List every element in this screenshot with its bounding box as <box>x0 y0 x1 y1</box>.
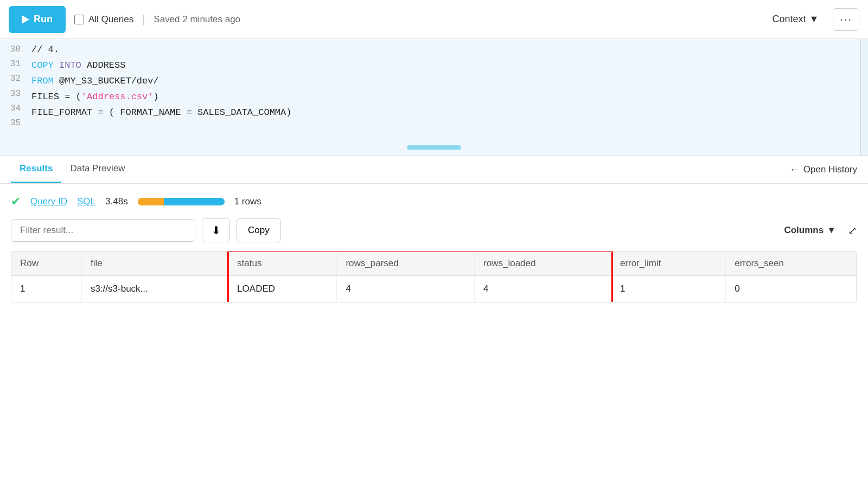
col-header-file: file <box>81 252 228 276</box>
copy-button[interactable]: Copy <box>237 218 281 242</box>
context-chevron-icon: ▼ <box>809 14 819 25</box>
all-queries-text: All Queries <box>88 14 133 25</box>
download-button[interactable]: ⬇ <box>202 218 230 242</box>
filter-row: ⬇ Copy Columns ▼ ⤢ <box>11 218 857 242</box>
blank-line <box>31 121 37 137</box>
code-line-30: // 4. <box>31 42 864 58</box>
from-keyword: FROM <box>31 74 54 89</box>
saved-status: Saved 2 minutes ago <box>154 14 758 25</box>
col-header-rows-loaded: rows_loaded <box>475 252 611 276</box>
code-line-32: FROM @MY_S3_BUCKET/dev/ <box>31 74 864 89</box>
into-keyword: INTO <box>59 58 81 74</box>
back-arrow-icon: ← <box>790 164 799 175</box>
tab-results-label: Results <box>20 163 53 174</box>
cell-rows-loaded: 4 <box>475 276 611 302</box>
expand-icon: ⤢ <box>848 224 857 236</box>
all-queries-label[interactable]: All Queries <box>74 14 133 25</box>
context-label: Context <box>772 14 806 25</box>
line-numbers: 30 31 32 33 34 35 <box>0 42 27 137</box>
progress-blue <box>164 198 225 205</box>
cell-row-num: 1 <box>11 276 81 302</box>
file-format-text: FILE_FORMAT = ( FORMAT_NAME = SALES_DATA… <box>31 105 291 121</box>
run-label: Run <box>34 14 53 25</box>
bucket-text: @MY_S3_BUCKET/dev/ <box>59 74 159 89</box>
results-table: Row file status rows_parsed rows_loaded … <box>11 252 857 302</box>
query-info-row: ✔ Query ID SQL 3.48s 1 rows <box>11 195 857 209</box>
col-header-row: Row <box>11 252 81 276</box>
line-num-34: 34 <box>7 101 21 116</box>
progress-bar <box>138 198 225 205</box>
editor-scrollbar[interactable] <box>860 39 868 155</box>
code-editor[interactable]: 30 31 32 33 34 35 // 4. COPY INTO ADDRES… <box>0 39 868 156</box>
query-id-link[interactable]: Query ID <box>30 196 67 207</box>
toolbar: Run All Queries | Saved 2 minutes ago Co… <box>0 0 868 39</box>
success-check-icon: ✔ <box>11 195 21 209</box>
cell-error-limit: 1 <box>611 276 725 302</box>
tab-results[interactable]: Results <box>11 156 61 183</box>
progress-orange <box>138 198 164 205</box>
col-header-status: status <box>228 252 337 276</box>
all-queries-checkbox[interactable] <box>74 15 84 24</box>
csv-string: 'Address.csv' <box>81 89 154 105</box>
tabs-bar: Results Data Preview ← Open History <box>0 156 868 184</box>
code-line-35 <box>31 121 864 137</box>
sql-link[interactable]: SQL <box>77 196 95 207</box>
copy-keyword: COPY <box>31 58 54 74</box>
filter-input[interactable] <box>11 219 195 242</box>
columns-chevron-icon: ▼ <box>827 225 836 236</box>
results-area: ✔ Query ID SQL 3.48s 1 rows ⬇ Copy Colum… <box>0 184 868 302</box>
rows-label: 1 rows <box>234 196 261 207</box>
table-body: 1 s3://s3-buck... LOADED 4 4 1 0 <box>11 276 857 302</box>
files-close: ) <box>153 89 158 105</box>
cell-errors-seen: 0 <box>726 276 857 302</box>
tab-data-preview-label: Data Preview <box>70 163 125 174</box>
query-id-text: Query ID <box>30 196 67 207</box>
expand-button[interactable]: ⤢ <box>848 224 857 237</box>
col-header-rows-parsed: rows_parsed <box>337 252 475 276</box>
more-button[interactable]: ··· <box>833 8 859 31</box>
cell-file: s3://s3-buck... <box>81 276 228 302</box>
run-button[interactable]: Run <box>9 6 66 33</box>
cell-rows-parsed: 4 <box>337 276 475 302</box>
play-icon <box>22 15 29 24</box>
sql-text: SQL <box>77 196 95 207</box>
time-label: 3.48s <box>105 196 128 207</box>
code-line-33: FILES = ( 'Address.csv' ) <box>31 89 864 105</box>
code-line-34: FILE_FORMAT = ( FORMAT_NAME = SALES_DATA… <box>31 105 864 121</box>
context-button[interactable]: Context ▼ <box>767 10 824 28</box>
code-lines: 30 31 32 33 34 35 // 4. COPY INTO ADDRES… <box>0 39 868 140</box>
code-content: // 4. COPY INTO ADDRESS FROM @MY_S3_BUCK… <box>27 42 868 137</box>
columns-button[interactable]: Columns ▼ <box>784 225 836 236</box>
more-icon: ··· <box>840 13 852 25</box>
table-head: Row file status rows_parsed rows_loaded … <box>11 252 857 276</box>
results-table-wrapper: Row file status rows_parsed rows_loaded … <box>11 251 857 302</box>
copy-label: Copy <box>248 225 270 235</box>
open-history-button[interactable]: ← Open History <box>790 164 857 175</box>
line-num-31: 31 <box>7 57 21 72</box>
divider: | <box>142 13 145 25</box>
files-text: FILES = ( <box>31 89 81 105</box>
table-header-row: Row file status rows_parsed rows_loaded … <box>11 252 857 276</box>
code-line-31: COPY INTO ADDRESS <box>31 58 864 74</box>
code-text: // 4. <box>31 42 59 58</box>
line-num-30: 30 <box>7 42 21 57</box>
columns-label: Columns <box>784 225 824 236</box>
address-text: ADDRESS <box>87 58 125 74</box>
line-num-35: 35 <box>7 116 21 131</box>
col-header-errors-seen: errors_seen <box>726 252 857 276</box>
col-header-error-limit: error_limit <box>611 252 725 276</box>
tab-data-preview[interactable]: Data Preview <box>61 156 133 183</box>
table-row: 1 s3://s3-buck... LOADED 4 4 1 0 <box>11 276 857 302</box>
download-icon: ⬇ <box>212 224 221 237</box>
open-history-label: Open History <box>803 164 857 175</box>
scroll-indicator <box>407 145 461 150</box>
line-num-32: 32 <box>7 72 21 86</box>
cell-status: LOADED <box>228 276 337 302</box>
line-num-33: 33 <box>7 87 21 101</box>
